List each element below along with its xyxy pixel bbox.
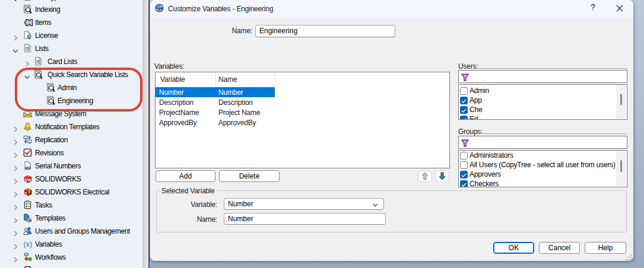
svg-text:SW: SW (25, 178, 32, 182)
svg-text:(x): (x) (24, 240, 33, 248)
svg-text:.001: .001 (25, 166, 31, 170)
svg-text:S: S (25, 192, 27, 195)
